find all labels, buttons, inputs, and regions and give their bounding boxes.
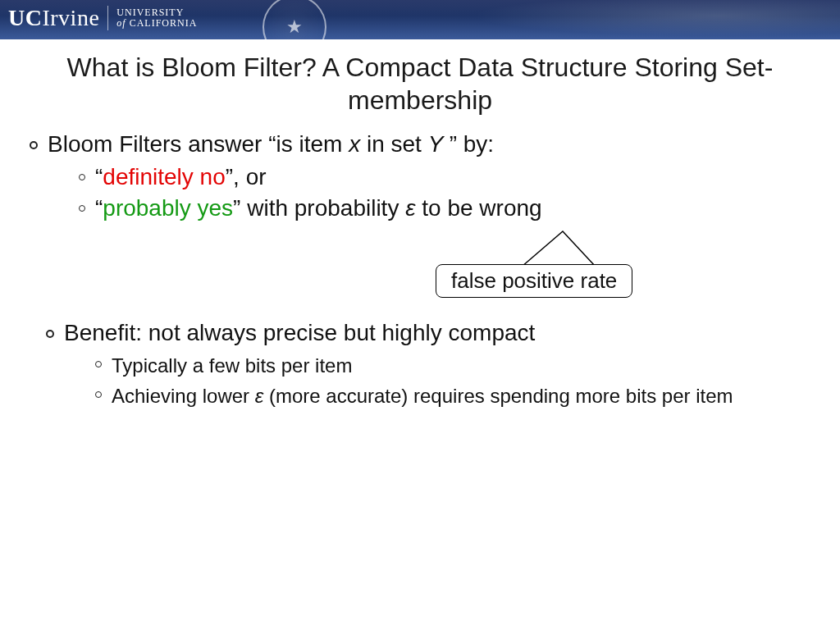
logo-separator [107, 6, 108, 30]
subbullet-1b-text: “probably yes” with probability ε to be … [95, 195, 542, 221]
subbullet-2b: Achieving lower ε (more accurate) requir… [95, 383, 810, 409]
callout-box: false positive rate [436, 264, 632, 298]
bullet-icon [46, 330, 54, 338]
bullet-2-children: Typically a few bits per item Achieving … [95, 353, 810, 409]
bullet-icon [95, 391, 102, 398]
subbullet-1a-text: “definitely no”, or [95, 164, 267, 190]
logo-irvine: Irvine [42, 5, 99, 30]
logo-wordmark: UCIrvine [8, 5, 99, 31]
bullet-icon [95, 361, 102, 368]
university-seal-icon [262, 0, 326, 39]
subbullet-2a: Typically a few bits per item [95, 353, 810, 378]
slide-body: Bloom Filters answer “is item x in set Y… [0, 116, 840, 409]
university-logo: UCIrvine UNIVERSITY of CALIFORNIA [8, 5, 197, 31]
slide-header: UCIrvine UNIVERSITY of CALIFORNIA [0, 0, 840, 39]
bullet-icon [30, 141, 38, 149]
bullet-icon [79, 205, 85, 212]
bullet-2-text: Benefit: not always precise but highly c… [64, 320, 535, 346]
subbullet-2b-text: Achieving lower ε (more accurate) requir… [112, 383, 733, 409]
bullet-1-children: “definitely no”, or “probably yes” with … [79, 164, 810, 221]
logo-uc: UC [8, 5, 42, 30]
bullet-1: Bloom Filters answer “is item x in set Y… [30, 131, 810, 158]
subbullet-1a: “definitely no”, or [79, 164, 810, 190]
bullet-icon [79, 174, 85, 180]
bullet-1-text: Bloom Filters answer “is item x in set Y… [48, 131, 494, 158]
callout-container: false positive rate [30, 230, 810, 312]
logo-subtext: UNIVERSITY of CALIFORNIA [116, 7, 197, 29]
logo-sub-line2: of CALIFORNIA [116, 18, 197, 29]
bullet-2: Benefit: not always precise but highly c… [46, 320, 810, 346]
subbullet-1b: “probably yes” with probability ε to be … [79, 195, 810, 221]
slide-title: What is Bloom Filter? A Compact Data Str… [0, 51, 840, 116]
subbullet-2a-text: Typically a few bits per item [112, 353, 352, 378]
